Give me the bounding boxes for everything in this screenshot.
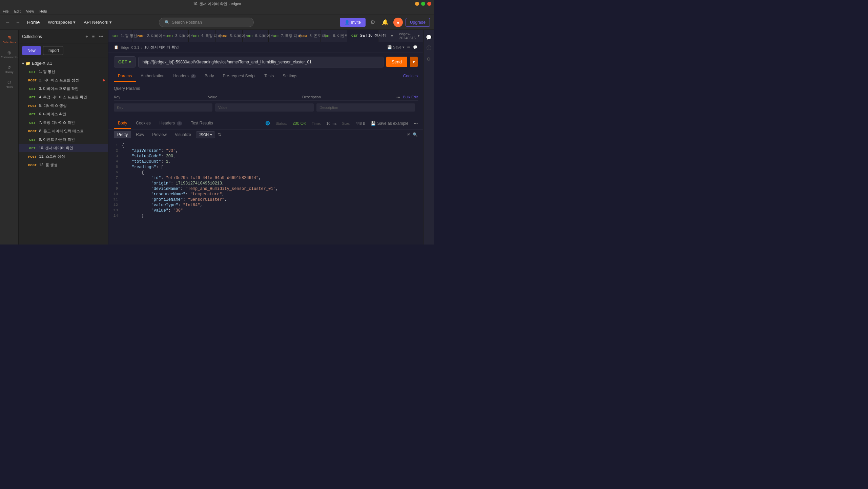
tab-5[interactable]: POST 5. 디바이스 [215,30,243,42]
list-item[interactable]: POST 8. 온도 데이터 입력 테스트 [19,127,108,135]
menu-edit[interactable]: Edit [14,9,21,13]
sidebar-item-environments[interactable]: ◎ Environments [2,47,16,61]
right-comments-icon[interactable]: 💬 [424,33,434,42]
filter-button[interactable]: ≡ [91,33,96,40]
bulk-edit-button[interactable]: Bulk Edit [403,95,418,99]
list-item[interactable]: POST 12. 룸 생성 [19,161,108,169]
value-input[interactable]: Value [215,103,314,112]
resp-tab-body[interactable]: Body [114,118,131,129]
line-number: 4 [108,159,122,164]
params-header: Key Value Description ••• Bulk Edit [114,94,418,101]
line-number: 10 [108,192,122,197]
list-item[interactable]: GET 1. 핑 통신 [19,67,108,76]
tab-2[interactable]: POST 2. 디바이스: ● [132,30,163,42]
workspaces-dropdown[interactable]: Workspaces ▾ [45,18,78,26]
breadcrumb-collection[interactable]: Edge-X 3.1 [121,45,139,50]
tab-tests[interactable]: Tests [260,71,278,82]
tab-7[interactable]: GET 7. 특정 디바 [269,30,295,42]
tab-4[interactable]: GET 4. 특정 디바 [189,30,215,42]
response-more-button[interactable]: ••• [414,121,418,125]
comments-icon[interactable]: 💬 [413,45,418,50]
resp-tab-test-results[interactable]: Test Results [187,118,217,129]
more-options-button[interactable]: ••• [97,33,105,40]
edit-icon[interactable]: ✏ [407,45,410,50]
add-collection-button[interactable]: + [84,33,89,40]
search-bar[interactable]: 🔍 Search Postman [159,18,254,27]
preview-view-button[interactable]: Preview [149,131,170,138]
pretty-view-button[interactable]: Pretty [114,131,131,138]
save-button[interactable]: 💾 Save ▾ [387,45,405,50]
main-layout: ⊞ Collections ◎ Environments ↺ History ⬡… [0,30,434,244]
tab-more-button[interactable]: ▾ [388,34,396,38]
list-item[interactable]: GET 9. 이벤트 카운터 확인 [19,135,108,144]
desc-input[interactable]: Description [316,103,415,112]
url-input[interactable] [138,57,384,67]
time-value: 10 ms [326,121,336,125]
collection-name[interactable]: ▾ 📁 Edge-X 3.1 [19,59,108,67]
list-item-active[interactable]: GET 10. 센서 데이터 확인 [19,144,108,152]
list-item[interactable]: GET 3. 디바이스 프로필 확인 [19,84,108,93]
right-settings-icon[interactable]: ⚙ [424,54,434,64]
branch-selector[interactable]: edgex-20240315 ▾ [396,32,423,40]
tab-10-active[interactable]: GET GET 10. 센서 데 [347,30,378,42]
tab-8[interactable]: POST 8. 온도 데 [295,30,321,42]
tab-pre-request-script[interactable]: Pre-request Script [219,71,260,82]
avatar[interactable]: e [393,18,403,27]
settings-button[interactable]: ⚙ [368,17,377,27]
close-button[interactable] [427,2,431,6]
tab-body[interactable]: Body [201,71,218,82]
add-tab-button[interactable]: + [378,33,388,39]
api-network-dropdown[interactable]: API Network ▾ [81,18,115,26]
tab-params[interactable]: Params [114,71,136,82]
tab-1[interactable]: GET 1. 핑 통신 [108,30,132,42]
list-item[interactable]: POST 2. 디바이스 프로필 생성 [19,76,108,84]
list-item[interactable]: GET 6. 디바이스 확인 [19,110,108,118]
menu-view[interactable]: View [26,9,34,13]
line-number: 13 [108,208,122,213]
invite-button[interactable]: 👤 Invite [340,18,366,27]
send-dropdown-button[interactable]: ▾ [410,57,418,67]
sidebar-item-flows[interactable]: ⬡ Flows [2,77,16,91]
window-controls [415,2,431,6]
menu-help[interactable]: Help [39,9,47,13]
visualize-view-button[interactable]: Visualize [171,131,194,138]
maximize-button[interactable] [421,2,425,6]
right-info-icon[interactable]: ⓘ [424,43,434,53]
notification-button[interactable]: 🔔 [380,17,391,27]
import-button[interactable]: Import [43,46,63,55]
breadcrumb-icon: 📋 [114,45,119,50]
upgrade-button[interactable]: Upgrade [406,18,430,27]
list-item[interactable]: GET 4. 특정 디바이스 프로필 확인 [19,93,108,101]
copy-button[interactable]: ⎘ [408,132,410,137]
new-button[interactable]: New [22,46,41,55]
save-as-example-button[interactable]: 💾 Save as example [371,121,408,126]
tab-6[interactable]: GET 6. 디바이스 [243,30,269,42]
forward-button[interactable]: → [14,18,22,26]
menu-file[interactable]: File [3,9,9,13]
search-button[interactable]: 🔍 [413,132,418,137]
tab-headers[interactable]: Headers 6 [169,71,200,82]
tab-3[interactable]: GET 3. 디바이스 [163,30,189,42]
list-item[interactable]: GET 7. 특정 디바이스 확인 [19,118,108,127]
list-item[interactable]: POST 11. 스트림 생성 [19,152,108,161]
list-item[interactable]: POST 5. 디바이스 생성 [19,101,108,110]
format-selector[interactable]: JSON ▾ [196,131,215,138]
raw-view-button[interactable]: Raw [132,131,147,138]
tab-authorization[interactable]: Authorization [137,71,168,82]
resp-tab-cookies[interactable]: Cookies [132,118,154,129]
send-button[interactable]: Send [386,57,407,67]
home-link[interactable]: Home [24,20,42,25]
breadcrumb: 📋 Edge-X 3.1 / 10. 센서 데이터 확인 💾 Save ▾ ✏ … [108,42,423,53]
minimize-button[interactable] [415,2,419,6]
filter-button[interactable]: ⇅ [218,132,221,137]
item-name: 9. 이벤트 카운터 확인 [39,137,105,142]
sidebar-item-collections[interactable]: ⊞ Collections [2,33,16,46]
tab-9[interactable]: GET 9. 이벤트 카 [321,30,348,42]
tab-settings[interactable]: Settings [278,71,301,82]
method-select[interactable]: GET ▾ [114,56,136,67]
sidebar-item-history[interactable]: ↺ History [2,62,16,76]
key-input[interactable]: Key [114,103,212,112]
back-button[interactable]: ← [4,18,12,26]
cookies-link[interactable]: Cookies [403,71,418,82]
resp-tab-headers[interactable]: Headers 4 [156,118,186,129]
